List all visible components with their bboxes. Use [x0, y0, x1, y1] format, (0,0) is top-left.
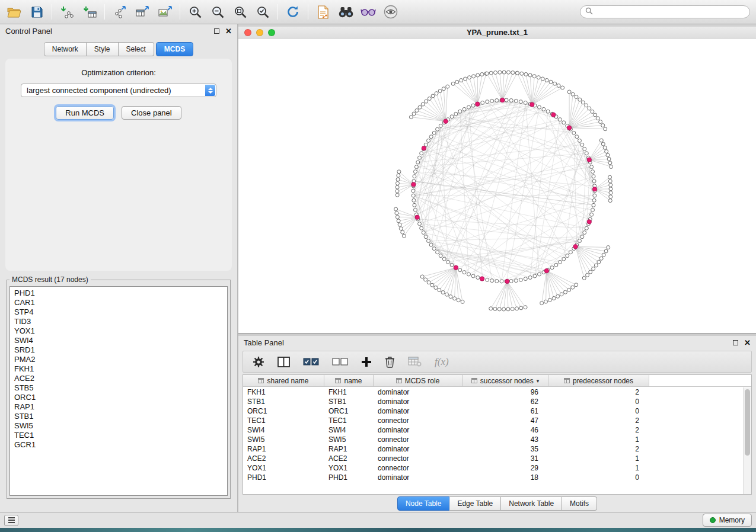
export-image-icon[interactable] [157, 4, 173, 20]
column-header-shared-name[interactable]: shared name [243, 375, 324, 386]
table-cell: PHD1 [243, 473, 324, 482]
search-binoculars-icon[interactable] [337, 4, 354, 20]
result-item[interactable]: RAP1 [14, 402, 223, 412]
toolbar-separator [104, 4, 105, 20]
zoom-selected-icon[interactable] [254, 4, 271, 20]
column-label: predecessor nodes [573, 377, 633, 385]
table-vertical-scrollbar[interactable] [743, 387, 751, 494]
network-title: YPA_prune.txt_1 [238, 28, 756, 37]
close-table-panel-icon[interactable]: ✕ [744, 340, 751, 346]
result-item[interactable]: STP4 [14, 307, 223, 317]
tab-network[interactable]: Network [44, 42, 87, 56]
export-network-icon[interactable] [111, 4, 128, 20]
result-item[interactable]: FKH1 [14, 364, 223, 374]
table-cell: TEC1 [243, 416, 324, 425]
search-input[interactable] [596, 7, 745, 17]
tab-edge-table[interactable]: Edge Table [449, 496, 501, 511]
column-header-successor-nodes[interactable]: successor nodes▾ [462, 375, 548, 386]
table-header-row: shared namenameMCDS rolesuccessor nodes▾… [243, 375, 751, 387]
column-header-name[interactable]: name [324, 375, 374, 386]
table-body: FKH1FKH1dominator962STB1STB1dominator620… [243, 387, 751, 494]
table-cell: TEC1 [324, 416, 374, 425]
tab-style[interactable]: Style [87, 42, 119, 56]
result-item[interactable]: PHD1 [14, 289, 223, 298]
column-header-predecessor-nodes[interactable]: predecessor nodes [548, 375, 649, 386]
result-item[interactable]: ORC1 [14, 393, 223, 402]
result-item[interactable]: CAR1 [14, 298, 223, 307]
table-cell: STB1 [324, 397, 374, 406]
deselect-all-icon[interactable] [332, 358, 348, 366]
result-item[interactable]: GCR1 [14, 440, 223, 450]
run-mcds-button[interactable]: Run MCDS [56, 106, 114, 120]
table-cell: STB1 [243, 397, 324, 406]
table-row[interactable]: STB1STB1dominator620 [243, 397, 751, 406]
float-panel-icon[interactable] [214, 28, 219, 34]
table-settings-gear-icon[interactable] [253, 356, 264, 368]
delete-column-icon[interactable] [385, 355, 395, 368]
add-column-icon[interactable] [361, 357, 372, 367]
minimize-window-icon[interactable] [256, 29, 263, 36]
import-network-icon[interactable] [59, 4, 75, 20]
table-row[interactable]: ORC1ORC1dominator610 [243, 406, 751, 416]
result-item[interactable]: TID3 [14, 317, 223, 326]
network-canvas[interactable] [238, 39, 756, 333]
result-item[interactable]: TEC1 [14, 431, 223, 440]
result-item[interactable]: ACE2 [14, 374, 223, 383]
table-row[interactable]: RAP1RAP1dominator352 [243, 444, 751, 454]
show-columns-icon[interactable] [277, 357, 290, 367]
export-table-icon[interactable] [134, 4, 151, 20]
column-label: shared name [267, 377, 308, 385]
eye-icon[interactable] [382, 4, 399, 20]
table-row[interactable]: SWI4SWI4dominator462 [243, 425, 751, 435]
hamburger-icon [8, 517, 15, 518]
import-table-icon[interactable] [81, 4, 98, 20]
memory-button[interactable]: Memory [703, 514, 752, 527]
close-panel-icon[interactable]: ✕ [225, 28, 232, 34]
column-header-MCDS-role[interactable]: MCDS role [374, 375, 462, 386]
tab-mcds[interactable]: MCDS [156, 42, 193, 56]
float-table-panel-icon[interactable] [733, 340, 738, 345]
result-item[interactable]: SRD1 [14, 345, 223, 355]
close-panel-button[interactable]: Close panel [122, 106, 181, 120]
tab-node-table[interactable]: Node Table [397, 496, 450, 511]
column-label: MCDS role [405, 377, 440, 385]
table-cell: 1 [548, 454, 649, 463]
table-cell: ACE2 [243, 454, 324, 463]
open-folder-icon[interactable] [6, 4, 23, 20]
sort-arrow-icon[interactable]: ▾ [537, 378, 540, 384]
scrollbar-thumb[interactable] [745, 389, 750, 456]
tab-network-table[interactable]: Network Table [501, 496, 562, 511]
table-row[interactable]: YOX1YOX1connector291 [243, 463, 751, 473]
optimization-select[interactable]: largest connected component (undirected) [21, 84, 216, 97]
control-panel-tabs: Network Style Select MCDS [0, 42, 237, 56]
zoom-in-icon[interactable] [187, 4, 203, 20]
table-cell: 35 [462, 444, 548, 454]
result-item[interactable]: PMA2 [14, 355, 223, 364]
refresh-icon[interactable] [285, 4, 301, 20]
share-document-icon[interactable] [315, 4, 331, 20]
zoom-fit-icon[interactable] [232, 4, 248, 20]
glasses-icon[interactable] [360, 4, 377, 20]
close-window-icon[interactable] [244, 29, 251, 36]
table-row[interactable]: FKH1FKH1dominator962 [243, 387, 751, 397]
result-item[interactable]: SWI4 [14, 336, 223, 345]
task-history-button[interactable] [4, 515, 18, 526]
select-all-icon[interactable] [303, 358, 319, 366]
table-row[interactable]: ACE2ACE2connector311 [243, 454, 751, 463]
table-cell: RAP1 [243, 444, 324, 454]
table-cell: dominator [374, 444, 462, 454]
table-row[interactable]: PHD1PHD1dominator180 [243, 473, 751, 482]
maximize-window-icon[interactable] [268, 29, 275, 36]
result-item[interactable]: SWI5 [14, 421, 223, 431]
result-item[interactable]: STB1 [14, 412, 223, 421]
table-cell: 1 [548, 435, 649, 444]
result-item[interactable]: YOX1 [14, 326, 223, 336]
mcds-result-list[interactable]: PHD1CAR1STP4TID3YOX1SWI4SRD1PMA2FKH1ACE2… [9, 286, 228, 496]
tab-motifs[interactable]: Motifs [562, 496, 597, 511]
save-icon[interactable] [28, 4, 45, 20]
result-item[interactable]: STB5 [14, 383, 223, 393]
table-row[interactable]: TEC1TEC1connector472 [243, 416, 751, 425]
table-row[interactable]: SWI5SWI5connector431 [243, 435, 751, 444]
zoom-out-icon[interactable] [209, 4, 226, 20]
tab-select[interactable]: Select [119, 42, 154, 56]
